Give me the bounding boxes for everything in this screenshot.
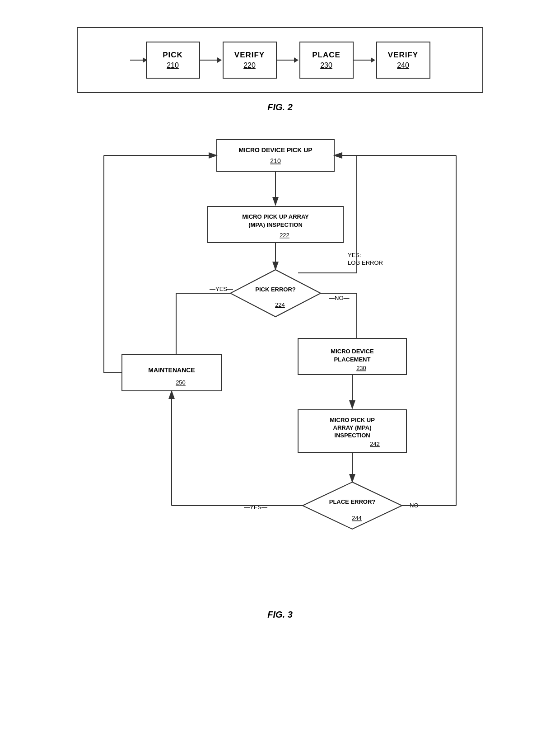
fig3-caption: FIG. 3 <box>27 610 533 620</box>
svg-text:PICK ERROR?: PICK ERROR? <box>255 286 296 293</box>
svg-text:MAINTENANCE: MAINTENANCE <box>148 366 195 374</box>
page: PICK 210 VERIFY 220 PLACE 230 VERIFY 240… <box>0 0 560 755</box>
svg-text:PLACE ERROR?: PLACE ERROR? <box>329 498 376 505</box>
svg-text:244: 244 <box>352 515 362 521</box>
svg-text:230: 230 <box>356 365 366 371</box>
svg-text:242: 242 <box>370 441 380 447</box>
svg-text:MICRO DEVICE PICK UP: MICRO DEVICE PICK UP <box>238 146 312 154</box>
fig2-pick-ref: 210 <box>158 61 188 70</box>
svg-text:—YES—: —YES— <box>244 504 267 511</box>
svg-text:MICRO PICK UP ARRAY: MICRO PICK UP ARRAY <box>242 213 309 220</box>
svg-text:MICRO PICK UP: MICRO PICK UP <box>330 417 375 423</box>
fig2-verify220-label: VERIFY <box>234 51 265 60</box>
svg-text:222: 222 <box>280 232 289 239</box>
fig2-verify220-ref: 220 <box>234 61 265 70</box>
arrow-3 <box>354 60 376 61</box>
fig2-place-ref: 230 <box>311 61 342 70</box>
svg-rect-1 <box>217 140 334 171</box>
fig2-place-box: PLACE 230 <box>299 42 354 79</box>
fig2-pick-box: PICK 210 <box>146 42 200 79</box>
svg-text:ARRAY (MPA): ARRAY (MPA) <box>333 424 372 431</box>
fig3-svg: MICRO DEVICE PICK UP 210 MICRO PICK UP A… <box>77 131 483 605</box>
fig2-pick-label: PICK <box>158 51 188 60</box>
svg-text:250: 250 <box>176 379 186 386</box>
fig3-container: MICRO DEVICE PICK UP 210 MICRO PICK UP A… <box>77 131 483 605</box>
svg-text:—YES—: —YES— <box>210 286 233 292</box>
svg-text:MICRO DEVICE: MICRO DEVICE <box>331 348 374 355</box>
arrow-1 <box>200 60 223 61</box>
svg-text:—NO—: —NO— <box>329 295 350 301</box>
entry-arrow <box>130 60 144 61</box>
svg-marker-10 <box>230 270 321 317</box>
fig2-verify220-box: VERIFY 220 <box>223 42 277 79</box>
svg-text:210: 210 <box>270 157 281 164</box>
svg-marker-43 <box>303 482 402 529</box>
fig2-caption: FIG. 2 <box>27 102 533 113</box>
fig2-verify240-label: VERIFY <box>388 51 419 60</box>
svg-text:INSPECTION: INSPECTION <box>334 432 370 439</box>
arrow-2 <box>277 60 299 61</box>
svg-text:LOG ERROR: LOG ERROR <box>348 259 383 266</box>
fig2-verify240-box: VERIFY 240 <box>376 42 430 79</box>
svg-text:YES:: YES: <box>348 252 361 258</box>
fig2-container: PICK 210 VERIFY 220 PLACE 230 VERIFY 240 <box>77 27 483 93</box>
fig2-verify240-ref: 240 <box>388 61 419 70</box>
svg-text:PLACEMENT: PLACEMENT <box>334 356 371 363</box>
fig2-place-label: PLACE <box>311 51 342 60</box>
svg-text:224: 224 <box>275 301 285 308</box>
svg-text:(MPA) INSPECTION: (MPA) INSPECTION <box>248 221 303 228</box>
